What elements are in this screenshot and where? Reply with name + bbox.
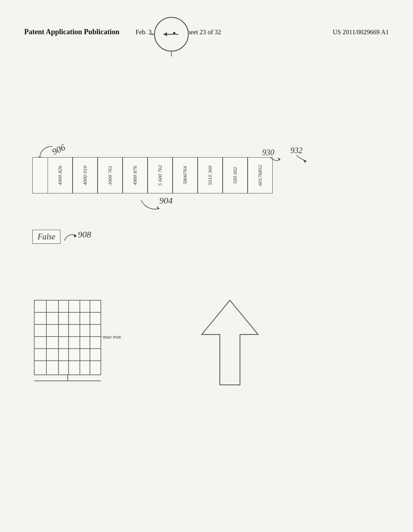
data-cell-5: 5 600 762 [148, 157, 173, 193]
data-cell-8: 500 002 [223, 157, 248, 193]
svg-text:max transmit rate: max transmit rate [103, 334, 121, 340]
circle-diagram [149, 12, 194, 58]
false-box: False [32, 230, 60, 244]
false-label: False [38, 232, 55, 241]
label-930-area: 930 932 [250, 145, 315, 171]
patent-number: US 2011/0029669 A1 [333, 29, 389, 36]
publication-title: Patent Application Publication [24, 28, 119, 36]
label-908: 908 [63, 229, 99, 248]
data-cell-3: 3000 761 [98, 157, 123, 193]
label-904: 904 [137, 196, 177, 218]
arrow-up-diagram [194, 298, 266, 389]
data-cell-7: 5010 360 [198, 157, 223, 193]
figure-label: Figure 10 B [391, 197, 403, 251]
bottom-table: max transmit rate [32, 298, 121, 384]
svg-text:908: 908 [78, 229, 91, 239]
svg-point-3 [173, 32, 175, 34]
data-cell-1: 4900 826 [48, 157, 73, 193]
data-cell-0 [32, 157, 48, 193]
page-header: Patent Application Publication Feb. 3, 2… [0, 28, 413, 36]
svg-text:904: 904 [159, 196, 173, 206]
svg-text:932: 932 [290, 146, 302, 155]
svg-rect-18 [34, 300, 101, 375]
data-table: 4900 826 4000 010 3000 761 4900 876 5 60… [32, 157, 273, 193]
data-cell-6: 5800764 [173, 157, 198, 193]
svg-text:930: 930 [262, 148, 274, 157]
data-cell-4: 4900 876 [123, 157, 148, 193]
data-cell-2: 4000 010 [73, 157, 98, 193]
svg-marker-33 [202, 300, 258, 385]
